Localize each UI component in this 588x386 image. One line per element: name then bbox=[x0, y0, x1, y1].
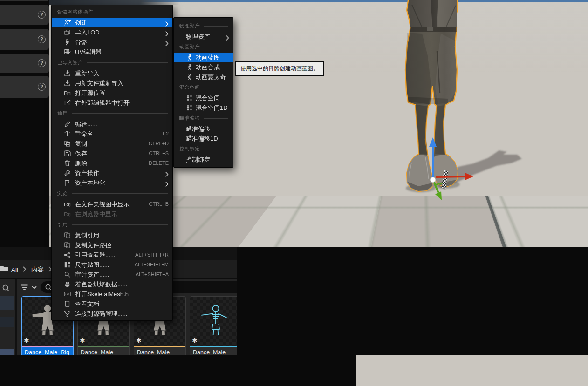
copy-ref-icon bbox=[64, 242, 71, 249]
menu-item-label: 骨骼 bbox=[75, 37, 87, 47]
menu-item-reimport-with-new-file[interactable]: 用新文件重新导入 bbox=[52, 78, 172, 88]
menu-item-audit-assets[interactable]: 审计资产......ALT+SHIFT+A bbox=[52, 270, 172, 279]
section-label: 浏览 bbox=[57, 190, 68, 197]
breadcrumb-folder[interactable]: 内容 bbox=[31, 265, 44, 274]
asset-type-strip bbox=[190, 346, 241, 347]
help-icon[interactable]: ? bbox=[38, 11, 46, 19]
asset-type-label: 物理资产 bbox=[137, 368, 157, 375]
menu-item-asset-actions[interactable]: 资产操作 bbox=[52, 168, 172, 178]
duplicate-icon bbox=[64, 140, 71, 147]
menu-item-shader-cook-data[interactable]: 着色器烘焙数据...... bbox=[52, 279, 172, 289]
menu-item-label: 在文件夹视图中显示 bbox=[75, 199, 130, 209]
menu-item-physics-asset[interactable]: 物理资产 bbox=[174, 32, 233, 41]
menu-item-open-in-external-editor[interactable]: 在外部编辑器中打开 bbox=[52, 98, 172, 108]
menu-section-references: 引用 bbox=[52, 219, 172, 230]
breadcrumb-root[interactable]: All bbox=[11, 266, 18, 273]
menu-item-shortcut: ALT+SHIFT+R bbox=[135, 250, 169, 260]
menu-item-create[interactable]: 创建 bbox=[52, 18, 172, 27]
menu-section-browse: 浏览 bbox=[52, 188, 172, 199]
asset-tile-dance-male-rig-skeleton[interactable]: ✱Dance_​Male_​Rig_​Skeleton骨骼 bbox=[190, 296, 242, 378]
menu-item-anim-composite[interactable]: 动画合成 bbox=[174, 62, 233, 72]
pencil-icon bbox=[64, 121, 71, 128]
menu-item-save[interactable]: 保存CTRL+S bbox=[52, 149, 172, 158]
skeleton-icon bbox=[64, 39, 71, 46]
menu-item-skeleton[interactable]: 骨骼 bbox=[52, 37, 172, 47]
menu-item-connect-to-source-control[interactable]: 连接到源码管理...... bbox=[52, 309, 172, 318]
menu-section-imported-asset: 已导入资产 bbox=[52, 57, 172, 68]
menu-item-import-lod[interactable]: 导入LOD bbox=[52, 27, 172, 37]
section-label: 通用 bbox=[57, 110, 68, 117]
menu-item-duplicate[interactable]: 复制CTRL+D bbox=[52, 139, 172, 149]
menu-item-open-skeletalmesh-h[interactable]: C#打开SkeletalMesh.h bbox=[52, 289, 172, 299]
submenu-arrow-icon bbox=[165, 20, 169, 25]
menu-item-aim-offset[interactable]: 瞄准偏移 bbox=[174, 124, 233, 134]
menu-item-label: 动画蓝图 bbox=[196, 53, 220, 62]
menu-item-blend-space-1d[interactable]: 混合空间1D bbox=[174, 103, 233, 113]
menu-item-label: 动画合成 bbox=[196, 62, 220, 72]
section-label: 已导入资产 bbox=[57, 60, 83, 66]
menu-item-aim-offset-1d[interactable]: 瞄准偏移1D bbox=[174, 134, 233, 143]
character-model[interactable] bbox=[405, 0, 458, 191]
menu-item-label: 用新文件重新导入 bbox=[75, 78, 123, 88]
source-tree-row[interactable] bbox=[0, 296, 14, 310]
menu-item-anim-montage[interactable]: 动画蒙太奇 bbox=[174, 72, 233, 82]
menu-section-physics-asset-sec: 物理资产 bbox=[174, 20, 233, 32]
filter-chevron-icon[interactable] bbox=[32, 286, 37, 290]
menu-item-label: 瞄准偏移1D bbox=[186, 134, 218, 143]
menu-item-copy-file-path[interactable]: 复制文件路径 bbox=[52, 240, 172, 250]
source-tree-row[interactable] bbox=[0, 349, 14, 358]
menu-item-label: 编辑...... bbox=[75, 119, 97, 129]
section-label: 骨骼网格体操作 bbox=[57, 9, 93, 15]
menu-item-shortcut: F2 bbox=[163, 129, 169, 139]
filter-icon[interactable] bbox=[21, 284, 30, 291]
shader-icon bbox=[64, 281, 71, 288]
uv-grid-icon bbox=[64, 48, 71, 55]
menu-item-label: 删除 bbox=[75, 158, 87, 168]
menu-item-view-documentation[interactable]: 查看文档 bbox=[52, 299, 172, 309]
help-icon[interactable]: ? bbox=[38, 35, 46, 43]
section-label: 物理资产 bbox=[179, 23, 200, 29]
section-divider bbox=[72, 113, 168, 114]
menu-item-label: 查看文档 bbox=[75, 299, 99, 309]
anim-person-icon bbox=[186, 54, 193, 61]
menu-item-label: 混合空间1D bbox=[196, 103, 228, 113]
section-label: 动画资产 bbox=[179, 44, 200, 50]
menu-item-label: 资产操作 bbox=[75, 168, 99, 178]
menu-item-copy-reference[interactable]: 复制引用 bbox=[52, 230, 172, 240]
menu-section-aim-offset-sec: 瞄准偏移 bbox=[174, 113, 233, 124]
menu-item-delete[interactable]: 删除DELETE bbox=[52, 158, 172, 168]
menu-item-anim-blueprint[interactable]: 动画蓝图 bbox=[174, 53, 233, 62]
menu-section-anim-assets-sec: 动画资产 bbox=[174, 41, 233, 53]
menu-item-control-rig[interactable]: 控制绑定 bbox=[174, 155, 233, 164]
menu-item-label: 尺寸贴图...... bbox=[75, 260, 109, 270]
help-icon[interactable]: ? bbox=[38, 83, 46, 91]
context-menu: 骨骼网格体操作创建导入LOD骨骼UV编辑器已导入资产重新导入用新文件重新导入打开… bbox=[51, 5, 173, 321]
menu-item-label: 在浏览器中显示 bbox=[75, 209, 117, 219]
menu-item-reference-viewer[interactable]: 引用查看器......ALT+SHIFT+R bbox=[52, 250, 172, 260]
folder-find-icon bbox=[64, 210, 71, 217]
source-tree-row[interactable] bbox=[0, 317, 14, 327]
blend-icon bbox=[186, 104, 193, 111]
asset-type-label: 骨骼 bbox=[193, 368, 203, 375]
menu-item-edit[interactable]: 编辑...... bbox=[52, 119, 172, 129]
menu-item-size-map[interactable]: 尺寸贴图......ALT+SHIFT+M bbox=[52, 260, 172, 270]
menu-item-uv-editor[interactable]: UV编辑器 bbox=[52, 47, 172, 57]
sources-divider[interactable] bbox=[15, 279, 17, 386]
help-icon[interactable]: ? bbox=[38, 59, 46, 67]
audit-icon bbox=[64, 271, 71, 278]
menu-item-open-source-location[interactable]: 打开源位置 bbox=[52, 88, 172, 98]
menu-item-label: 保存 bbox=[75, 149, 87, 158]
menu-item-rename[interactable]: 重命名F2 bbox=[52, 129, 172, 139]
menu-item-asset-localization[interactable]: 资产本地化 bbox=[52, 178, 172, 188]
menu-item-show-in-browser[interactable]: 在浏览器中显示 bbox=[52, 209, 172, 219]
asset-star-icon: ✱ bbox=[192, 337, 198, 344]
tooltip: 使用选中的骨骼创建动画蓝图。 bbox=[235, 61, 324, 76]
section-divider bbox=[204, 88, 228, 88]
menu-item-reimport[interactable]: 重新导入 bbox=[52, 68, 172, 78]
search-options-chevron-icon[interactable] bbox=[261, 285, 267, 290]
menu-item-show-in-folder-view[interactable]: 在文件夹视图中显示CTRL+B bbox=[52, 199, 172, 209]
sources-search-icon[interactable] bbox=[2, 284, 10, 292]
asset-star-icon: ✱ bbox=[80, 337, 85, 344]
anim-person-icon bbox=[186, 74, 193, 81]
menu-item-blend-space[interactable]: 混合空间 bbox=[174, 93, 233, 103]
